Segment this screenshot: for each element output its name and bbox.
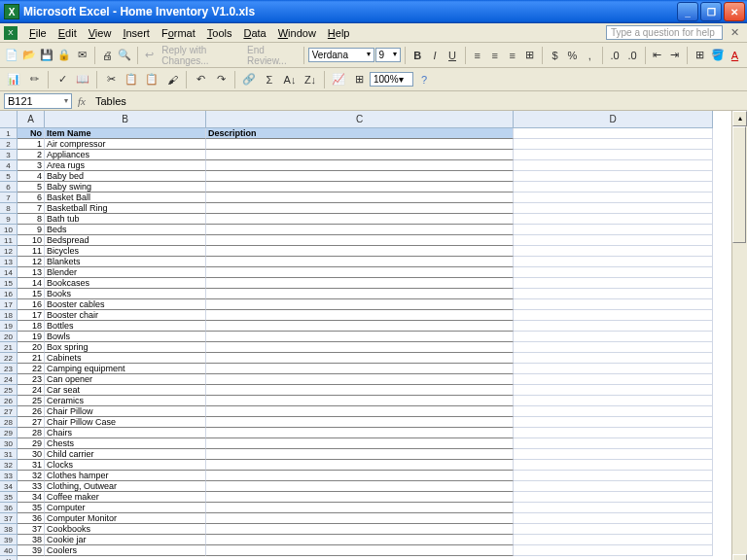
cell-item-name[interactable]: Blender	[45, 267, 206, 278]
open-button[interactable]: 📂	[21, 46, 38, 65]
menu-view[interactable]: View	[83, 25, 118, 41]
cell-description[interactable]	[206, 460, 514, 471]
name-box[interactable]: B121▾	[4, 93, 72, 109]
cell[interactable]	[514, 353, 713, 364]
row-header[interactable]: 5	[0, 171, 18, 182]
cell-item-name[interactable]: Child carrier	[45, 449, 206, 460]
cell[interactable]	[514, 524, 713, 535]
cell-item-name[interactable]: Bookcases	[45, 278, 206, 289]
row-header[interactable]: 20	[0, 332, 18, 342]
row-header[interactable]: 36	[0, 503, 18, 513]
new-button[interactable]: 📄	[4, 46, 20, 65]
cell[interactable]	[514, 406, 713, 417]
cell[interactable]	[514, 481, 713, 492]
row-header[interactable]: 3	[0, 150, 18, 160]
chart-button[interactable]: 📊	[4, 70, 23, 89]
mail-button[interactable]: ✉	[74, 46, 90, 65]
cell-item-name[interactable]: Coolers	[45, 545, 206, 556]
cell[interactable]	[514, 246, 713, 257]
row-header[interactable]: 10	[0, 225, 18, 235]
cell-description[interactable]	[206, 267, 514, 278]
row-header[interactable]: 9	[0, 214, 18, 225]
cell-no[interactable]: 35	[18, 503, 45, 513]
cell-description[interactable]	[206, 374, 514, 385]
col-header-c[interactable]: C	[206, 111, 514, 128]
row-header[interactable]: 31	[0, 449, 18, 460]
scroll-up-button[interactable]: ▴	[732, 111, 747, 126]
cell-no[interactable]: 20	[18, 342, 45, 353]
cell-description[interactable]	[206, 513, 514, 524]
cell[interactable]	[514, 513, 713, 524]
row-header[interactable]: 26	[0, 396, 18, 406]
cell-no[interactable]: 12	[18, 257, 45, 267]
close-button[interactable]: ✕	[724, 2, 745, 21]
cell-no[interactable]: 34	[18, 492, 45, 503]
cell-description[interactable]	[206, 353, 514, 364]
cell-no[interactable]: 22	[18, 364, 45, 374]
menu-help[interactable]: Help	[322, 25, 356, 41]
cell[interactable]	[514, 374, 713, 385]
cell-no[interactable]: 28	[18, 428, 45, 438]
row-header[interactable]: 27	[0, 406, 18, 417]
italic-button[interactable]: I	[427, 46, 444, 65]
cell-item-name[interactable]: Bedspread	[45, 235, 206, 246]
cell-description[interactable]	[206, 257, 514, 267]
percent-button[interactable]: %	[564, 46, 581, 65]
cell-item-name[interactable]: Booster cables	[45, 299, 206, 310]
cell-description[interactable]	[206, 299, 514, 310]
menu-format[interactable]: Format	[156, 25, 201, 41]
row-header[interactable]: 33	[0, 471, 18, 481]
cell-item-name[interactable]: Bottles	[45, 321, 206, 332]
cell-description[interactable]	[206, 225, 514, 235]
close-workbook-button[interactable]: ✕	[727, 26, 743, 39]
cell-no[interactable]: 16	[18, 299, 45, 310]
cell-description[interactable]	[206, 192, 514, 203]
font-selector[interactable]: Verdana▾	[308, 48, 374, 62]
cell[interactable]	[514, 192, 713, 203]
cell[interactable]	[514, 332, 713, 342]
row-header[interactable]: 4	[0, 160, 18, 171]
cell-item-name[interactable]: Baby bed	[45, 171, 206, 182]
cell-description[interactable]	[206, 278, 514, 289]
cell-description[interactable]	[206, 535, 514, 545]
cell-description[interactable]	[206, 310, 514, 321]
paste-button[interactable]: 📋	[142, 70, 161, 89]
cell[interactable]	[514, 203, 713, 214]
align-right-button[interactable]: ≡	[504, 46, 520, 65]
cell-no[interactable]: 26	[18, 406, 45, 417]
menu-data[interactable]: Data	[237, 25, 271, 41]
cell-description[interactable]	[206, 289, 514, 299]
cell-item-name[interactable]: Chair Pillow	[45, 406, 206, 417]
align-center-button[interactable]: ≡	[486, 46, 503, 65]
row-header[interactable]: 11	[0, 235, 18, 246]
cell[interactable]	[514, 225, 713, 235]
cell-description[interactable]	[206, 471, 514, 481]
cell[interactable]	[514, 160, 713, 171]
cell-item-name[interactable]: Appliances	[45, 150, 206, 160]
cell-description[interactable]	[206, 449, 514, 460]
cell-no[interactable]: 5	[18, 182, 45, 192]
decrease-decimal-button[interactable]: .0	[624, 46, 641, 65]
col-header-b[interactable]: B	[45, 111, 206, 128]
fill-color-button[interactable]: 🪣	[709, 46, 726, 65]
cell-no[interactable]: 15	[18, 289, 45, 299]
cell-item-name[interactable]: Bowls	[45, 332, 206, 342]
cell-description[interactable]	[206, 503, 514, 513]
cell-no[interactable]: 36	[18, 513, 45, 524]
row-header[interactable]: 40	[0, 545, 18, 556]
cell-description[interactable]	[206, 385, 514, 396]
row-header[interactable]: 28	[0, 417, 18, 428]
cell-description[interactable]	[206, 364, 514, 374]
row-header[interactable]: 32	[0, 460, 18, 471]
cell-description[interactable]	[206, 171, 514, 182]
cell[interactable]	[514, 139, 713, 150]
cell-description[interactable]	[206, 235, 514, 246]
cell-no[interactable]: 29	[18, 438, 45, 449]
preview-button[interactable]: 🔍	[117, 46, 133, 65]
cell-no[interactable]: 19	[18, 332, 45, 342]
cell[interactable]	[514, 128, 713, 139]
cell-item-name[interactable]: Beds	[45, 225, 206, 235]
row-header[interactable]: 21	[0, 342, 18, 353]
cell-no[interactable]: 27	[18, 417, 45, 428]
cell-item-name[interactable]: Cabinets	[45, 353, 206, 364]
